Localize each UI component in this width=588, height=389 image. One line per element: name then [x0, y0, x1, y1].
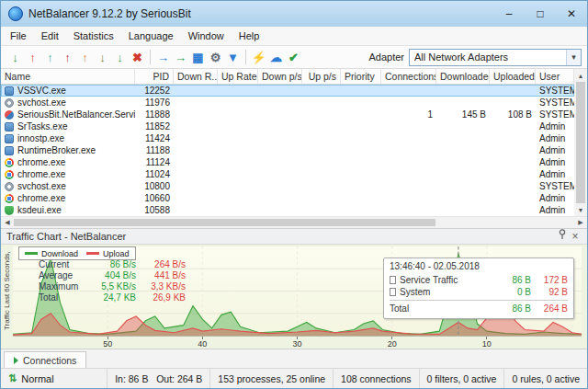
- cell-user: Admin: [536, 204, 574, 216]
- table-row[interactable]: chrome.exe11124Admin: [1, 156, 574, 168]
- column-header-uploaded[interactable]: Uploaded: [490, 69, 536, 84]
- column-header-user[interactable]: User: [536, 69, 574, 84]
- cell-name: svchost.exe: [1, 97, 135, 109]
- limit-traffic-icon[interactable]: ↑: [59, 49, 76, 66]
- push-priorities-icon[interactable]: →: [154, 49, 172, 66]
- column-header-priority[interactable]: Priority: [341, 69, 381, 84]
- table-row[interactable]: SeriousBit.NetBalancer.Servic...11888114…: [1, 109, 574, 120]
- y-axis-label: Traffic Last 60 Seconds, KB/s: [1, 245, 13, 337]
- traffic-chart-region: Traffic Last 60 Seconds, KB/s Download U…: [1, 245, 587, 349]
- scroll-left-icon[interactable]: ◀: [1, 217, 14, 228]
- low-priority-icon[interactable]: ↓: [6, 49, 24, 66]
- drop-traffic-icon[interactable]: ↓: [111, 49, 129, 66]
- filters-icon[interactable]: ▼: [224, 49, 242, 66]
- tooltip-download-value: 86 B: [491, 275, 531, 285]
- traffic-chart-icon[interactable]: ▦: [189, 49, 207, 66]
- tooltip-row-system: System 0 B 92 B: [390, 286, 568, 298]
- stat-upload-value: 3,3 KB/s: [136, 281, 186, 292]
- minimize-button[interactable]: –: [493, 1, 525, 27]
- status-segment: 153 processes, 25 online: [209, 369, 333, 388]
- cell-user: Admin: [536, 192, 574, 204]
- upload-legend-swatch: [86, 252, 99, 255]
- table-row[interactable]: RuntimeBroker.exe11188Admin: [1, 144, 574, 156]
- table-row[interactable]: ksdeui.exe10588Admin: [1, 204, 574, 216]
- scroll-up-icon[interactable]: ▲: [574, 69, 587, 82]
- traffic-chart-plot[interactable]: Download Upload Current 86 B/s 264 B/s A…: [13, 246, 582, 337]
- netbalancer-window: NetBalancer 9.12.2 by SeriousBit – □ ✕ F…: [0, 0, 588, 389]
- adapter-select[interactable]: All Network Adapters ▾: [409, 49, 582, 66]
- scroll-track[interactable]: [435, 217, 574, 228]
- window-controls: – □ ✕: [493, 1, 587, 27]
- horizontal-scrollbar[interactable]: ◀ ▶: [1, 216, 587, 228]
- adapter-selected-value: All Network Adapters: [410, 51, 566, 63]
- cell-name: RuntimeBroker.exe: [1, 144, 135, 156]
- menu-language[interactable]: Language: [121, 29, 181, 43]
- column-header-connections[interactable]: Connections: [381, 69, 436, 84]
- cell-pid: 11888: [135, 109, 174, 120]
- status-mode-label: Normal: [21, 373, 53, 384]
- settings-icon[interactable]: ⚙: [207, 49, 224, 66]
- menu-edit[interactable]: Edit: [34, 29, 66, 43]
- column-header-name[interactable]: Name: [1, 69, 135, 84]
- column-header-up_ps[interactable]: Up p/s: [302, 69, 341, 84]
- x-axis: 5040302010: [13, 337, 582, 349]
- rules-icon[interactable]: ⚡: [250, 49, 267, 66]
- menu-file[interactable]: File: [3, 29, 34, 43]
- column-header-up_rate[interactable]: Up Rate: [218, 69, 258, 84]
- menu-help[interactable]: Help: [232, 29, 267, 43]
- table-row[interactable]: innostp.exe11424Admin: [1, 132, 574, 144]
- ignore-traffic-icon[interactable]: ↓: [94, 49, 111, 66]
- traffic-chart-panel-title: Traffic Chart - NetBalancer: [6, 231, 556, 242]
- column-header-down_rate[interactable]: Down R...: [174, 69, 218, 84]
- chevron-down-icon[interactable]: ▾: [566, 50, 581, 65]
- column-header-down_ps[interactable]: Down p/s: [258, 69, 302, 84]
- tab-connections-label: Connections: [23, 355, 76, 366]
- scroll-right-icon[interactable]: ▶: [574, 217, 587, 228]
- close-button[interactable]: ✕: [556, 1, 587, 27]
- window-process-icon: [5, 146, 14, 155]
- menu-statistics[interactable]: Statistics: [66, 29, 121, 43]
- sync-now-icon[interactable]: →: [172, 49, 189, 66]
- tooltip-row-label: Service Traffic: [400, 275, 491, 285]
- high-priority-icon[interactable]: ↑: [24, 49, 41, 66]
- titlebar[interactable]: NetBalancer 9.12.2 by SeriousBit – □ ✕: [1, 1, 587, 27]
- window-title: NetBalancer 9.12.2 by SeriousBit: [28, 7, 493, 20]
- legend-entry-upload: Upload: [86, 249, 130, 258]
- vertical-scroll-thumb[interactable]: [576, 82, 585, 203]
- remove-priority-icon[interactable]: ✖: [129, 49, 146, 66]
- tooltip-row-total: Total 86 B 264 B: [390, 300, 568, 315]
- download-legend-swatch: [25, 252, 38, 255]
- chart-tooltip: 13:46:40 - 02.05.2018 Service Traffic 86…: [383, 257, 574, 319]
- horizontal-scroll-thumb[interactable]: [14, 219, 435, 226]
- table-row[interactable]: SrTasks.exe11852Admin: [1, 120, 574, 132]
- table-row[interactable]: chrome.exe11024Admin: [1, 168, 574, 180]
- column-header-pid[interactable]: PID: [135, 69, 174, 84]
- table-row[interactable]: svchost.exe11976SYSTEM: [1, 97, 574, 109]
- stat-row-total: Total 24,7 KB 26,9 KB: [39, 292, 186, 303]
- pin-icon[interactable]: [556, 229, 569, 244]
- menu-window[interactable]: Window: [181, 29, 232, 43]
- column-header-downloaded[interactable]: Downloaded: [436, 69, 490, 84]
- cell-name: SrTasks.exe: [1, 120, 135, 132]
- cell-name: svchost.exe: [1, 180, 135, 192]
- panel-close-icon[interactable]: ×: [569, 229, 582, 244]
- cell-user: Admin: [536, 156, 574, 168]
- maximize-button[interactable]: □: [525, 1, 556, 27]
- table-row[interactable]: chrome.exe10660Admin: [1, 192, 574, 204]
- window-process-icon: [5, 86, 14, 96]
- normal-priority-icon[interactable]: ↑: [41, 49, 59, 66]
- stat-download-value: 24,7 KB: [86, 292, 136, 303]
- scroll-down-icon[interactable]: ▼: [574, 203, 587, 216]
- tab-connections[interactable]: Connections: [4, 351, 86, 368]
- traffic-stats: Current 86 B/s 264 B/s Average 404 B/s 4…: [39, 259, 186, 303]
- table-row[interactable]: VSSVC.exe12252SYSTEM: [1, 85, 574, 97]
- online-service-icon[interactable]: ☁: [267, 49, 285, 66]
- window-process-icon: [5, 134, 14, 143]
- vertical-scrollbar[interactable]: ▲ ▼: [574, 69, 587, 216]
- block-traffic-icon[interactable]: ↑: [76, 49, 94, 66]
- app-icon: [8, 6, 23, 21]
- toolbar-icon-group: ↓↑↑↑↑↓↓✖→→▦⚙▼⚡☁✔: [6, 49, 302, 66]
- apply-icon[interactable]: ✔: [285, 49, 302, 66]
- stat-download-value: 86 B/s: [86, 259, 136, 270]
- table-row[interactable]: svchost.exe10800SYSTEM: [1, 180, 574, 192]
